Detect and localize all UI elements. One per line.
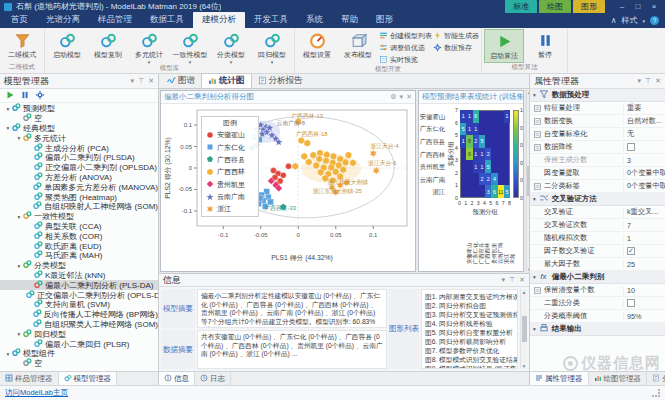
gear-icon[interactable] (35, 90, 45, 102)
property-value[interactable]: 10 (623, 286, 665, 295)
property-row[interactable]: 因变量提取0个变量中取 (530, 167, 665, 180)
expander-icon[interactable]: ▾ (15, 331, 23, 337)
ribbon-tab[interactable]: 光谱分离 (37, 12, 89, 28)
data-point-广西西林[interactable] (304, 140, 310, 147)
info-scrollbar[interactable]: ▲ ▼ (520, 289, 527, 369)
property-value[interactable]: 0个变量中取 (623, 181, 665, 191)
data-point-安徽霍山[interactable] (286, 163, 292, 169)
style-button[interactable]: 样式 (621, 15, 637, 26)
manager-tab[interactable]: 样品管理器 (0, 372, 59, 385)
property-tab[interactable]: 分析报告向导 (647, 372, 665, 385)
property-tab[interactable]: 属性管理器 (530, 372, 589, 385)
figure-list-item[interactable]: 图6. 回归分析载荷影响分析 (425, 337, 514, 346)
property-value[interactable]: 重要 (623, 103, 665, 113)
property-value[interactable] (623, 143, 665, 151)
data-point-广西西林[interactable] (306, 158, 312, 165)
checkbox-checked[interactable]: ✓ (627, 247, 635, 255)
data-point-广东仁化[interactable] (268, 199, 274, 205)
data-point-广西西林[interactable] (342, 159, 348, 166)
pause-icon[interactable] (20, 90, 30, 102)
close-icon[interactable]: ✕ (655, 77, 661, 85)
property-value[interactable]: 25 (623, 260, 665, 269)
expander-icon[interactable]: ▾ (4, 351, 12, 357)
expander-icon[interactable]: ▾ (15, 214, 23, 220)
data-point-广西西林[interactable] (310, 152, 316, 159)
contextual-tab[interactable]: 标准 (505, 0, 537, 13)
chevron-down-icon[interactable]: ▾ (638, 77, 642, 85)
data-point-广西西林[interactable] (323, 157, 329, 164)
ribbon-small-button[interactable]: 数据预存 (433, 43, 479, 53)
data-point-广西西林[interactable] (316, 155, 322, 162)
property-row[interactable]: 最大因子数25 (530, 258, 665, 271)
heatmap-cell[interactable]: 1 (473, 123, 479, 136)
figure-list-item[interactable]: 图9. 模型模式识别结果 (验证集) (425, 364, 514, 369)
document-tab[interactable]: 统计图 (201, 73, 252, 88)
property-row[interactable]: 交叉验证k重交叉... (530, 206, 665, 219)
data-point-广西西林[interactable] (324, 151, 330, 158)
pin-icon[interactable]: ⊤ (138, 77, 144, 85)
ribbon-button[interactable]: 多元统计▾ (129, 29, 169, 64)
property-row[interactable]: 特征量处理重要 (530, 102, 665, 115)
minimize-button[interactable]: – (615, 1, 629, 13)
help-button[interactable]: ? (650, 16, 659, 25)
ribbon-button[interactable]: 模型设置 (297, 29, 337, 65)
property-row[interactable]: 数据变换自然对数... (530, 115, 665, 128)
tree-item[interactable]: 空 (0, 359, 158, 369)
ribbon-tab[interactable]: 首页 (2, 12, 37, 28)
data-point-广西西林[interactable] (318, 169, 324, 176)
property-value[interactable]: 无 (623, 129, 665, 139)
close-icon[interactable]: ✕ (406, 93, 412, 101)
data-point-广西西林[interactable] (313, 162, 319, 169)
ribbon-button[interactable]: 发布模型 (338, 29, 378, 65)
data-point-广西西林[interactable] (301, 153, 307, 160)
manager-tab[interactable]: 模型管理器 (59, 372, 118, 385)
property-tab[interactable]: 绘图管理器 (589, 372, 648, 385)
resize-grip[interactable] (652, 389, 660, 397)
close-button[interactable]: × (647, 1, 661, 13)
scroll-down-icon[interactable]: ▼ (522, 363, 527, 369)
property-value[interactable]: 自然对数... (623, 116, 665, 126)
expander-icon[interactable]: ▾ (15, 263, 23, 269)
play-icon[interactable] (5, 90, 15, 102)
contextual-tab[interactable]: 绘图 (539, 0, 571, 13)
property-value[interactable]: 0个变量中取 (623, 168, 665, 178)
info-tab[interactable]: 信息 (159, 372, 195, 385)
ribbon-tab[interactable]: 开发工具 (245, 12, 297, 28)
property-row[interactable]: 因子数交叉验证✓ (530, 245, 665, 258)
property-row[interactable]: 交叉验证次数7 (530, 219, 665, 232)
property-section-header[interactable]: ▾fx偏最小二乘判别 (530, 271, 665, 284)
heatmap-cell[interactable]: 1 (504, 110, 510, 123)
heatmap-cell[interactable]: 5 (485, 160, 491, 173)
wrench-icon[interactable]: ⚙ (390, 93, 396, 101)
ribbon-small-button[interactable]: 智能生成器 (433, 31, 479, 41)
ribbon-small-button[interactable]: 调整值优选 (379, 43, 432, 53)
expander-icon[interactable]: ▾ (533, 92, 536, 98)
expander-icon[interactable]: ▾ (15, 135, 23, 141)
pin-icon[interactable]: ⊤ (509, 276, 515, 284)
ribbon-button[interactable]: 启动模型 (47, 29, 87, 64)
plot-legend[interactable]: 图例安徽霍山广东仁化广西容县广西西林贵州凯里云南广南浙江 (201, 116, 259, 217)
confusion-matrix-canvas[interactable]: 11615111825911211522436115安徽霍山广东仁化广西容县广西… (419, 104, 523, 271)
heatmap-cell[interactable]: 2 (485, 148, 491, 161)
property-row[interactable]: 数据降维 (530, 141, 665, 154)
ribbon-button[interactable]: 启动算法 (484, 29, 524, 63)
property-value[interactable]: 3 (623, 156, 665, 165)
close-icon[interactable]: ✕ (519, 276, 525, 284)
ribbon-button[interactable]: 分类模型▾ (211, 29, 251, 64)
property-section-header[interactable]: ▾数据预处理 (530, 89, 665, 102)
scrollbar-thumb[interactable] (522, 316, 527, 342)
ribbon-tab[interactable]: 样品管理 (89, 12, 141, 28)
contextual-tab[interactable]: 图形 (573, 0, 605, 13)
figure-list-item[interactable]: 图4. 回归分析残差检验 (425, 319, 514, 328)
data-point-广西西林[interactable] (292, 163, 298, 170)
figure-list-item[interactable]: 图3. 回归分析交叉验证预测值拟合图 (425, 310, 514, 319)
expander-icon[interactable]: ▾ (533, 274, 536, 280)
ribbon-tab[interactable]: 图形 (367, 12, 402, 28)
info-tab[interactable]: 日志 (195, 372, 231, 385)
checkbox-empty[interactable] (627, 143, 635, 151)
ribbon-button[interactable]: 暂停 (525, 29, 565, 63)
figure-list-item[interactable]: 图2. 回归分析拟合图 (425, 301, 514, 310)
ribbon-small-button[interactable]: 实时预览 (379, 55, 432, 65)
document-tab[interactable]: 分析报告 (252, 74, 309, 88)
data-point-广西西林[interactable] (345, 152, 351, 159)
